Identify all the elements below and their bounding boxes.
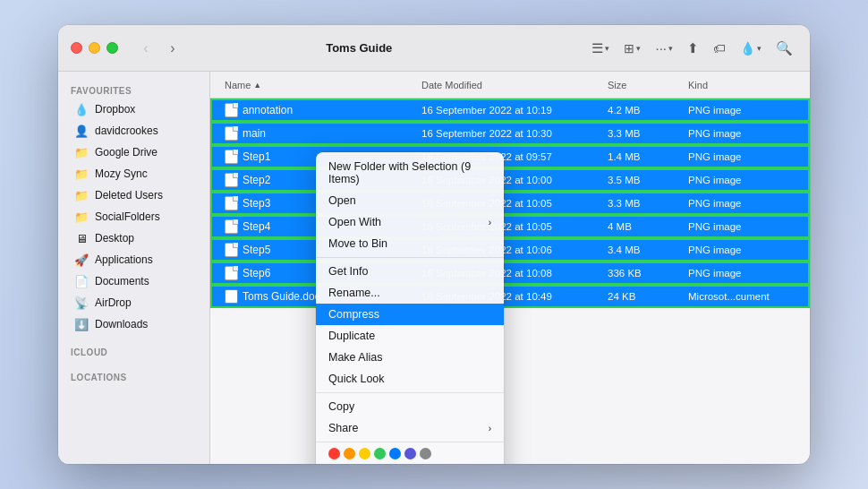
sidebar-item-mozy-sync[interactable]: 📁 Mozy Sync	[62, 163, 206, 184]
menu-item-open-with[interactable]: Open With ›	[316, 211, 504, 233]
maximize-button[interactable]	[106, 42, 118, 54]
tag-green-dot[interactable]	[374, 448, 386, 459]
share-button[interactable]: ⬆	[683, 38, 703, 59]
more-icon: ···	[655, 40, 667, 56]
menu-item-tags[interactable]: Tags...	[316, 462, 504, 464]
date-column-header[interactable]: Date Modified	[421, 80, 608, 90]
tag-red-dot[interactable]	[328, 448, 340, 459]
applications-icon: 🚀	[74, 253, 89, 267]
menu-item-make-alias[interactable]: Make Alias	[316, 347, 504, 368]
name-column-header[interactable]: Name ▲	[225, 80, 421, 90]
actions-button[interactable]: ··· ▾	[651, 38, 677, 58]
png-file-icon	[225, 266, 238, 280]
dropbox-icon: 💧	[74, 102, 89, 116]
sidebar-item-label: Dropbox	[95, 103, 135, 116]
menu-item-label: Share	[328, 422, 358, 434]
file-kind-cell: PNG image	[688, 198, 796, 209]
sidebar-item-google-drive[interactable]: 📁 Google Drive	[62, 142, 206, 163]
grid-chevron-icon: ▾	[636, 44, 641, 53]
sidebar-item-label: davidcrookes	[95, 124, 158, 137]
file-name-text: Step2	[243, 174, 270, 186]
folder-icon: 📁	[74, 210, 89, 224]
back-button[interactable]: ‹	[134, 39, 157, 57]
table-row[interactable]: Step5 16 September 2022 at 10:06 3.4 MB …	[210, 238, 810, 262]
list-view-button[interactable]: ☰ ▾	[587, 38, 614, 59]
menu-item-copy[interactable]: Copy	[316, 396, 504, 417]
file-name-text: Step4	[243, 220, 270, 233]
sidebar-item-documents[interactable]: 📄 Documents	[62, 270, 206, 292]
menu-item-new-folder[interactable]: New Folder with Selection (9 Items)	[316, 156, 504, 190]
menu-item-open[interactable]: Open	[316, 190, 504, 211]
png-file-icon	[225, 196, 238, 210]
kind-label: Kind	[688, 80, 708, 90]
table-row[interactable]: Step4 16 September 2022 at 10:05 4 MB PN…	[210, 215, 810, 238]
tag-blue-dot[interactable]	[389, 448, 401, 459]
search-button[interactable]: 🔍	[771, 38, 797, 59]
file-size-cell: 4 MB	[608, 221, 688, 232]
toolbar-right: ☰ ▾ ⊞ ▾ ··· ▾ ⬆ 🏷 💧 ▾ 🔍	[587, 38, 797, 59]
dropbox-toolbar-icon: 💧	[740, 41, 755, 56]
table-row[interactable]: Step2 16 September 2022 at 10:00 3.5 MB …	[210, 168, 810, 192]
airdrop-icon: 📡	[74, 296, 89, 310]
sidebar-item-label: Applications	[95, 253, 153, 266]
menu-item-label: New Folder with Selection (9 Items)	[328, 160, 491, 185]
file-size-cell: 3.3 MB	[608, 198, 688, 209]
context-menu: New Folder with Selection (9 Items) Open…	[316, 152, 504, 464]
sidebar-item-label: Desktop	[95, 232, 134, 244]
kind-column-header[interactable]: Kind	[688, 80, 796, 90]
folder-icon: 📁	[74, 188, 89, 202]
sidebar-item-davidcrookes[interactable]: 👤 davidcrookes	[62, 120, 206, 142]
tag-orange-dot[interactable]	[344, 448, 355, 459]
file-name-text: Step5	[243, 244, 270, 256]
menu-separator	[316, 257, 504, 258]
size-column-header[interactable]: Size	[608, 80, 688, 90]
menu-item-duplicate[interactable]: Duplicate	[316, 325, 504, 347]
file-name-text: Step3	[243, 197, 270, 210]
tag-gray-dot[interactable]	[420, 448, 431, 459]
sidebar-item-label: Downloads	[95, 318, 148, 330]
tag-yellow-dot[interactable]	[359, 448, 370, 459]
person-folder-icon: 👤	[74, 124, 89, 138]
menu-item-rename[interactable]: Rename...	[316, 282, 504, 304]
sidebar-item-applications[interactable]: 🚀 Applications	[62, 249, 206, 270]
traffic-lights	[71, 42, 118, 54]
table-row[interactable]: Step1 16 September 2022 at 09:57 1.4 MB …	[210, 145, 810, 168]
table-row[interactable]: Step3 16 September 2022 at 10:05 3.3 MB …	[210, 192, 810, 215]
sidebar-item-deleted-users[interactable]: 📁 Deleted Users	[62, 184, 206, 206]
sidebar-item-social-folders[interactable]: 📁 SocialFolders	[62, 206, 206, 227]
locations-label: Locations	[58, 367, 209, 385]
sidebar-item-dropbox[interactable]: 💧 Dropbox	[62, 99, 206, 120]
sidebar-item-label: Google Drive	[95, 146, 157, 159]
table-row[interactable]: annotation 16 September 2022 at 10:19 4.…	[210, 99, 810, 122]
menu-item-quick-look[interactable]: Quick Look	[316, 368, 504, 390]
menu-item-move-to-bin[interactable]: Move to Bin	[316, 233, 504, 254]
table-row[interactable]: main 16 September 2022 at 10:30 3.3 MB P…	[210, 122, 810, 145]
sidebar-item-airdrop[interactable]: 📡 AirDrop	[62, 292, 206, 313]
file-size-cell: 4.2 MB	[608, 105, 688, 116]
menu-item-share[interactable]: Share ›	[316, 417, 504, 439]
file-name-cell: annotation	[225, 103, 421, 117]
png-file-icon	[225, 219, 238, 234]
menu-item-label: Quick Look	[328, 373, 385, 385]
table-row[interactable]: Toms Guide.doc 16 September 2022 at 10:4…	[210, 285, 810, 308]
file-kind-cell: PNG image	[688, 244, 796, 255]
file-name-text: main	[243, 127, 266, 140]
list-view-icon: ☰	[591, 40, 603, 56]
png-file-icon	[225, 126, 238, 141]
sidebar-item-downloads[interactable]: ⬇️ Downloads	[62, 313, 206, 335]
file-size-cell: 3.5 MB	[608, 175, 688, 185]
png-file-icon	[225, 103, 238, 117]
menu-item-get-info[interactable]: Get Info	[316, 261, 504, 282]
table-row[interactable]: Step6 16 September 2022 at 10:08 336 KB …	[210, 262, 810, 285]
dropbox-button[interactable]: 💧 ▾	[736, 39, 766, 58]
name-label: Name	[225, 80, 251, 90]
file-kind-cell: PNG image	[688, 151, 796, 162]
grid-view-button[interactable]: ⊞ ▾	[619, 39, 645, 58]
file-size-cell: 3.3 MB	[608, 128, 688, 139]
minimize-button[interactable]	[89, 42, 100, 54]
tag-button[interactable]: 🏷	[709, 39, 730, 58]
menu-item-compress[interactable]: Compress	[316, 304, 504, 325]
close-button[interactable]	[71, 42, 82, 54]
tag-purple-dot[interactable]	[404, 448, 416, 459]
sidebar-item-desktop[interactable]: 🖥 Desktop	[62, 227, 206, 249]
